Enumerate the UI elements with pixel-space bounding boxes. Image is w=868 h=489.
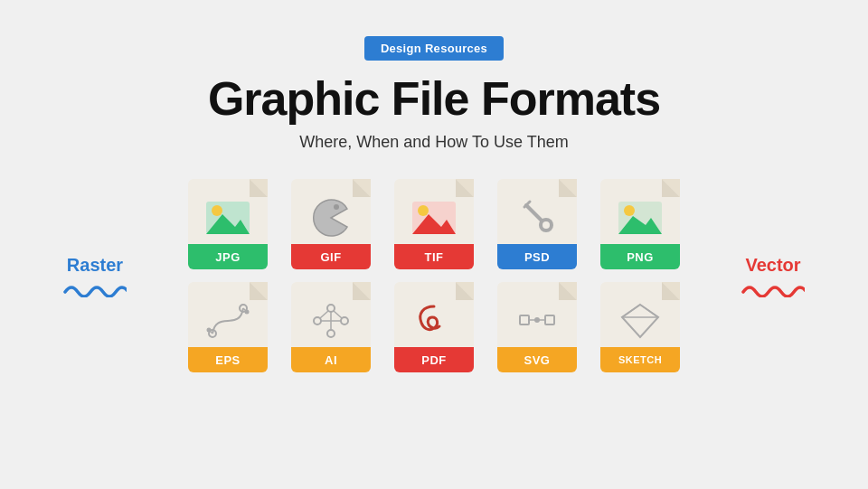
file-icon-svg: SVG	[497, 282, 577, 372]
raster-row: JPG GIF	[154, 179, 714, 269]
content-area: Raster	[0, 179, 868, 372]
file-label-eps: EPS	[188, 347, 268, 372]
file-card-tif: TIF	[389, 179, 479, 269]
file-label-gif: GIF	[291, 244, 371, 269]
file-label-jpg: JPG	[188, 244, 268, 269]
file-grid: JPG GIF	[154, 179, 714, 372]
svg-point-11	[418, 205, 429, 216]
raster-label-area: Raster	[54, 255, 136, 297]
page-subtitle: Where, When and How To Use Them	[299, 133, 568, 152]
svg-point-31	[245, 310, 250, 315]
file-card-svg: SVG	[492, 282, 582, 372]
svg-point-49	[534, 317, 540, 323]
file-icon-jpg: JPG	[188, 179, 268, 269]
file-label-tif: TIF	[394, 244, 474, 269]
file-card-gif: GIF	[286, 179, 376, 269]
svg-point-34	[314, 317, 321, 324]
svg-marker-52	[622, 305, 658, 337]
svg-rect-47	[545, 315, 554, 324]
svg-point-35	[341, 317, 348, 324]
svg-line-54	[622, 305, 640, 317]
file-icon-ai: AI	[291, 282, 371, 372]
svg-point-22	[624, 205, 635, 216]
file-icon-psd: PSD	[497, 179, 577, 269]
svg-rect-46	[520, 315, 529, 324]
svg-point-36	[327, 305, 335, 312]
file-icon-png: PNG	[600, 179, 680, 269]
page-title: Graphic File Formats	[208, 71, 660, 126]
svg-point-17	[542, 221, 550, 229]
svg-line-41	[334, 311, 342, 318]
svg-line-40	[320, 311, 328, 318]
svg-point-3	[212, 205, 222, 216]
file-label-ai: AI	[291, 347, 371, 372]
svg-line-55	[640, 305, 658, 317]
file-card-sketch: SKETCH	[595, 282, 685, 372]
file-icon-sketch: SKETCH	[600, 282, 680, 372]
file-card-ai: AI	[286, 282, 376, 372]
file-label-sketch: SKETCH	[600, 347, 680, 372]
vector-label: Vector	[745, 255, 800, 276]
file-card-png: PNG	[595, 179, 685, 269]
vector-row: EPS	[154, 282, 714, 372]
file-icon-gif: GIF	[291, 179, 371, 269]
file-card-pdf: PDF	[389, 282, 479, 372]
file-label-png: PNG	[600, 244, 680, 269]
vector-squiggle-icon	[741, 279, 805, 297]
svg-point-37	[327, 330, 335, 337]
file-label-psd: PSD	[497, 244, 577, 269]
raster-label: Raster	[67, 255, 123, 276]
file-card-eps: EPS	[183, 282, 273, 372]
file-card-jpg: JPG	[183, 179, 273, 269]
page-header: Design Resources Graphic File Formats Wh…	[208, 36, 660, 170]
file-card-psd: PSD	[492, 179, 582, 269]
file-icon-eps: EPS	[188, 282, 268, 372]
vector-label-area: Vector	[732, 255, 814, 297]
raster-squiggle-icon	[63, 279, 127, 297]
file-label-svg: SVG	[497, 347, 577, 372]
category-badge: Design Resources	[364, 36, 504, 61]
file-icon-pdf: PDF	[394, 282, 474, 372]
svg-point-30	[207, 328, 212, 333]
file-icon-tif: TIF	[394, 179, 474, 269]
file-label-pdf: PDF	[394, 347, 474, 372]
svg-point-7	[334, 204, 339, 210]
